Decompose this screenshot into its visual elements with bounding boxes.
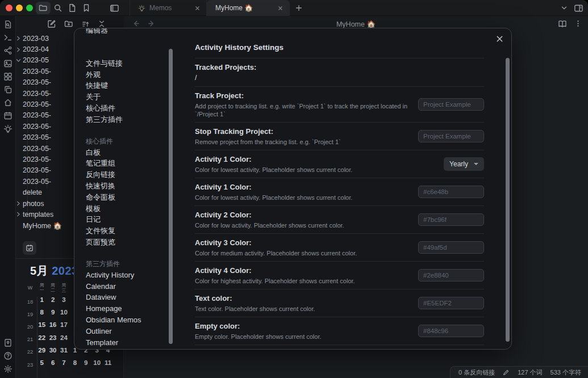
settings-nav-item[interactable]: 笔记重组 [74,158,170,169]
settings-nav-item[interactable]: 编辑器 [74,28,170,36]
tab-close-icon[interactable] [194,5,201,11]
reading-mode-icon[interactable] [558,19,567,28]
tab-label: MyHome 🏠 [215,4,253,12]
settings-nav-item[interactable]: 白板 [74,147,170,158]
settings-gear-icon[interactable] [3,364,12,373]
calendar-day[interactable]: 17 [59,320,69,333]
home-icon[interactable] [3,98,12,107]
tab-memos[interactable]: Memos [130,0,207,16]
vault-switcher-icon[interactable] [3,338,12,347]
toggle-left-sidebar-icon[interactable] [107,2,122,14]
setting-input[interactable] [418,130,484,142]
close-window-button[interactable] [6,5,12,11]
calendar-day[interactable]: 10 [91,358,102,371]
collapse-all-icon[interactable] [98,20,106,28]
settings-nav-item[interactable]: Templater [74,337,170,348]
settings-nav-item[interactable]: 关于 [74,91,170,103]
calendar-day[interactable]: 6 [47,358,58,371]
calendar-day[interactable]: 9 [47,308,58,320]
calendar-day[interactable]: 15 [36,320,47,333]
graph-view-icon[interactable] [3,46,12,55]
sort-order-icon[interactable] [81,20,90,28]
settings-nav-item[interactable]: Homepage [74,303,170,314]
blocks-icon[interactable] [3,72,12,81]
char-count[interactable]: 533 个字符 [551,368,581,377]
bookmark-icon[interactable] [79,2,94,14]
calendar-day[interactable]: 5 [36,358,47,371]
settings-nav-item[interactable]: Dataview [74,292,170,303]
file-search-icon[interactable] [3,20,12,29]
calendar-day[interactable]: 11 [102,358,113,371]
settings-nav-item[interactable]: 模板 [74,203,170,215]
settings-nav-item[interactable]: 快速切换 [74,180,170,192]
calendar-day[interactable]: 8 [69,358,80,371]
calendar-day[interactable]: 24 [59,333,69,346]
calendar-check-icon[interactable] [23,241,36,255]
tree-item-label: 2023-05- [23,166,51,174]
scrollbar-thumb[interactable] [169,49,173,344]
calendar-day[interactable]: 8 [36,308,47,320]
new-file-icon[interactable] [65,2,80,14]
setting-input[interactable] [418,269,484,282]
calendar-day[interactable]: 22 [36,333,47,346]
setting-input[interactable] [418,186,484,198]
tab-myhome[interactable]: MyHome 🏠 [207,0,290,16]
scrollbar-thumb[interactable] [506,58,510,342]
new-note-icon[interactable] [47,19,56,28]
calendar-day[interactable]: 2 [47,295,58,308]
calendar-title[interactable]: 5月 2023 [30,263,78,279]
calendar-day[interactable]: 1 [36,295,47,308]
folder-explorer-icon[interactable] [36,2,51,14]
new-tab-button[interactable] [292,2,306,14]
more-options-icon[interactable] [574,19,582,28]
modal-close-icon[interactable] [494,33,504,44]
settings-nav-item[interactable]: 页面预览 [74,237,170,248]
settings-nav-item[interactable]: 文件恢复 [74,225,170,237]
toggle-right-sidebar-icon[interactable] [574,3,583,13]
zoom-window-button[interactable] [26,5,33,11]
setting-input[interactable] [418,98,484,111]
tab-close-icon[interactable] [277,5,283,11]
calendar-day[interactable]: 9 [81,358,91,371]
setting-input[interactable] [418,213,484,226]
image-icon[interactable] [3,59,12,68]
settings-nav-item[interactable]: 快捷键 [74,80,170,91]
calendar-day[interactable]: 3 [59,295,69,308]
new-folder-icon[interactable] [64,19,73,28]
calendar-day[interactable]: 10 [59,308,69,320]
memos-icon[interactable] [3,124,12,133]
calendar-day[interactable]: 29 [36,346,47,358]
settings-nav-item[interactable]: Outliner [74,326,170,337]
settings-nav-item[interactable]: 第三方插件 [74,114,170,125]
calendar-icon[interactable] [3,111,12,120]
help-icon[interactable] [3,351,12,360]
calendar-day[interactable]: 23 [47,333,58,346]
settings-nav-item[interactable]: 反向链接 [74,169,170,180]
chevron-down-icon [474,163,478,165]
setting-select[interactable]: Yearly [444,157,484,171]
settings-nav-item[interactable]: 文件与链接 [74,58,170,69]
settings-nav-item[interactable]: 命令面板 [74,192,170,203]
settings-nav-item[interactable]: Activity History [74,270,170,281]
calendar-day[interactable]: 30 [47,346,58,358]
settings-nav-item[interactable]: 核心插件 [74,103,170,114]
backlinks-count[interactable]: 0 条反向链接 [458,368,495,377]
settings-nav-item[interactable]: Timelines [74,348,170,349]
setting-input[interactable] [418,241,484,254]
settings-nav-item[interactable]: Obsidian Memos [74,314,170,326]
terminal-icon[interactable] [3,33,12,42]
edit-pencil-icon[interactable] [503,369,510,376]
word-count[interactable]: 127 个词 [518,368,542,377]
calendar-day[interactable]: 7 [59,358,69,371]
search-icon[interactable] [51,2,65,14]
setting-input[interactable] [418,297,484,309]
settings-nav-item[interactable]: 外观 [74,69,170,81]
settings-nav-item[interactable]: Calendar [74,281,170,292]
copy-icon[interactable] [3,85,12,94]
tab-list-chevron-icon[interactable] [560,4,568,12]
calendar-day[interactable]: 16 [47,320,58,333]
minimize-window-button[interactable] [16,5,23,11]
setting-input[interactable] [418,325,484,337]
settings-nav-item[interactable]: 日记 [74,214,170,225]
calendar-day[interactable]: 31 [59,346,69,358]
